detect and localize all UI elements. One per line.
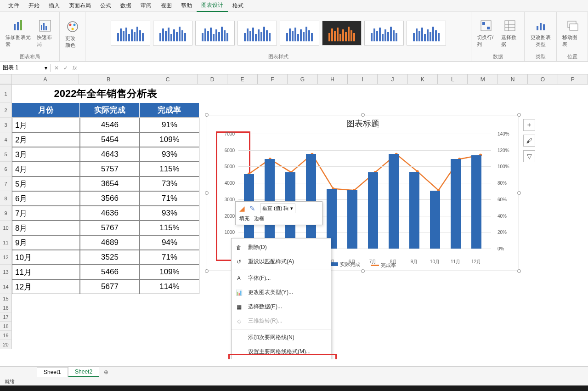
fill-color-icon[interactable]: ◢ (239, 204, 245, 213)
table-cell[interactable]: 5466 (80, 265, 140, 279)
bar[interactable] (471, 155, 481, 249)
table-cell[interactable]: 5767 (80, 221, 140, 235)
col-header-D[interactable]: D (198, 74, 227, 84)
chart-style-7[interactable] (364, 21, 404, 45)
worksheet[interactable]: ABCDEFGHIJKLMNOP 12022年全年销售分析表2月份实际完成完成率… (0, 74, 588, 359)
table-cell[interactable]: 94% (140, 235, 199, 250)
table-cell[interactable]: 4546 (80, 118, 140, 132)
row-header-14[interactable]: 14 (0, 279, 12, 294)
table-cell[interactable]: 2月 (12, 132, 80, 147)
quick-layout-button[interactable]: 快速布局 (36, 17, 55, 49)
col-header-K[interactable]: K (408, 74, 438, 84)
table-cell[interactable]: 1月 (12, 118, 80, 132)
table-cell[interactable]: 4636 (80, 206, 140, 221)
col-header-L[interactable]: L (438, 74, 468, 84)
ctx-设置主要网格线格式(M)...[interactable]: 设置主要网格线格式(M)... (232, 345, 331, 359)
menu-视图[interactable]: 视图 (156, 0, 176, 11)
menu-页面布局[interactable]: 页面布局 (64, 0, 96, 11)
sheet-tab-Sheet2[interactable]: Sheet2 (68, 367, 99, 377)
menu-帮助[interactable]: 帮助 (176, 0, 197, 11)
chart-style-3[interactable] (195, 21, 235, 45)
table-cell[interactable]: 11月 (12, 265, 80, 279)
chart-filters-button[interactable]: ▽ (523, 150, 535, 162)
bar[interactable] (368, 172, 378, 249)
row-header-5[interactable]: 5 (0, 147, 12, 162)
menu-数据[interactable]: 数据 (116, 0, 136, 11)
row-header-12[interactable]: 12 (0, 250, 12, 265)
menu-文件[interactable]: 文件 (4, 0, 24, 11)
chart-style-6[interactable] (322, 21, 362, 45)
chart-style-1[interactable] (111, 21, 150, 45)
table-cell[interactable]: 12月 (12, 279, 80, 294)
ctx-添加次要网格线(N)[interactable]: 添加次要网格线(N) (232, 330, 331, 345)
table-cell[interactable]: 3525 (80, 250, 140, 265)
table-cell[interactable]: 109% (140, 132, 199, 147)
row-header-10[interactable]: 10 (0, 221, 12, 235)
row-header-13[interactable]: 13 (0, 265, 12, 279)
col-header-H[interactable]: H (318, 74, 348, 84)
add-chart-element-button[interactable]: 添加图表元素 (5, 17, 32, 49)
change-colors-button[interactable]: 更改颜色 (64, 18, 81, 50)
select-data-button[interactable]: 选择数据 (500, 17, 520, 49)
col-header-P[interactable]: P (558, 74, 588, 84)
ctx-删除(D)[interactable]: 🗑删除(D) (232, 240, 331, 255)
table-cell[interactable]: 71% (140, 191, 199, 206)
col-header-M[interactable]: M (468, 74, 498, 84)
change-chart-type-button[interactable]: 更改图表类型 (529, 17, 552, 49)
table-cell[interactable]: 8月 (12, 221, 80, 235)
col-header-C[interactable]: C (138, 74, 198, 84)
table-cell[interactable]: 73% (140, 176, 199, 191)
table-cell[interactable]: 3654 (80, 176, 140, 191)
col-header-O[interactable]: O (528, 74, 558, 84)
row-header-19[interactable]: 19 (0, 331, 12, 340)
table-cell[interactable]: 71% (140, 250, 199, 265)
ctx-选择数据(E)...[interactable]: ▦选择数据(E)... (232, 300, 331, 314)
table-cell[interactable]: 93% (140, 147, 199, 162)
chart-style-8[interactable] (407, 21, 446, 45)
row-header-3[interactable]: 3 (0, 118, 12, 132)
chart-style-2[interactable] (153, 21, 192, 45)
table-cell[interactable]: 4689 (80, 235, 140, 250)
add-sheet-button[interactable]: ⊕ (104, 369, 108, 375)
cancel-icon[interactable]: ✕ (54, 65, 59, 71)
row-header-4[interactable]: 4 (0, 132, 12, 147)
bar[interactable] (347, 190, 357, 249)
name-box[interactable]: 图表 1▾ (0, 64, 51, 72)
table-cell[interactable]: 7月 (12, 206, 80, 221)
outline-color-icon[interactable]: ✎ (249, 204, 255, 213)
switch-row-col-button[interactable]: 切换行/列 (476, 17, 497, 49)
table-cell[interactable]: 6月 (12, 191, 80, 206)
chart-title[interactable]: 图表标题 (207, 115, 519, 132)
bar[interactable] (389, 154, 399, 249)
y-axis-right[interactable]: 140%120%100%80%60%40%20%0% (496, 134, 516, 249)
row-header-15[interactable]: 15 (0, 294, 12, 303)
chart-styles-button[interactable]: 🖌 (523, 135, 535, 147)
menu-格式[interactable]: 格式 (228, 0, 248, 11)
col-header-F[interactable]: F (258, 74, 288, 84)
table-cell[interactable]: 9月 (12, 235, 80, 250)
row-header-9[interactable]: 9 (0, 206, 12, 221)
bar[interactable] (451, 159, 461, 249)
table-cell[interactable]: 4643 (80, 147, 140, 162)
fx-icon[interactable]: fx (73, 65, 77, 71)
table-cell[interactable]: 115% (140, 162, 199, 176)
menu-插入[interactable]: 插入 (44, 0, 64, 11)
col-header-N[interactable]: N (498, 74, 528, 84)
col-header-J[interactable]: J (378, 74, 407, 84)
bar[interactable] (409, 172, 419, 249)
table-cell[interactable]: 5月 (12, 176, 80, 191)
ctx-更改图表类型(Y)...[interactable]: 📊更改图表类型(Y)... (232, 285, 331, 300)
table-cell[interactable]: 114% (140, 279, 199, 294)
row-header-20[interactable]: 20 (0, 340, 12, 349)
chart-style-4[interactable] (237, 21, 277, 45)
menu-图表设计[interactable]: 图表设计 (197, 0, 228, 12)
table-cell[interactable]: 5454 (80, 132, 140, 147)
row-header-7[interactable]: 7 (0, 176, 12, 191)
row-header-2[interactable]: 2 (0, 103, 12, 118)
table-cell[interactable]: 5757 (80, 162, 140, 176)
table-cell[interactable]: 4月 (12, 162, 80, 176)
table-cell[interactable]: 5677 (80, 279, 140, 294)
table-cell[interactable]: 10月 (12, 250, 80, 265)
move-chart-button[interactable]: 移动图表 (561, 17, 583, 49)
bar[interactable] (430, 191, 440, 249)
